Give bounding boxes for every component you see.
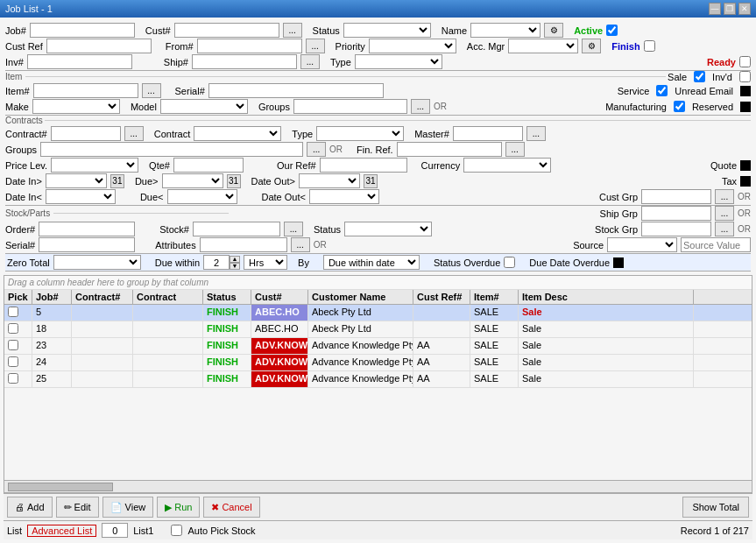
status2-select[interactable]	[344, 222, 432, 236]
shipgrp-dots-button[interactable]: ...	[715, 206, 734, 221]
table-row[interactable]: 25 FINISH ADV.KNOW Advance Knowledge Pty…	[4, 371, 752, 388]
ship-input[interactable]	[192, 54, 297, 69]
groups2-input[interactable]	[40, 142, 303, 157]
minimize-button[interactable]: —	[709, 3, 721, 15]
stock-input[interactable]	[193, 222, 280, 236]
ship-dots-button[interactable]: ...	[300, 54, 320, 69]
serial2-input[interactable]	[39, 237, 135, 252]
groups-dots-button[interactable]: ...	[411, 99, 430, 114]
show-total-button[interactable]: Show Total	[682, 497, 749, 518]
item-dots-button[interactable]: ...	[142, 83, 161, 98]
contract-select[interactable]	[194, 126, 281, 141]
restore-button[interactable]: ❒	[724, 3, 736, 15]
stockgrp-dots-button[interactable]: ...	[715, 222, 734, 236]
col-header-cust[interactable]: Cust#	[251, 290, 308, 304]
run-button[interactable]: ▶ Run	[157, 497, 200, 518]
custgrp-input[interactable]	[641, 189, 711, 204]
finish-checkbox[interactable]	[644, 40, 655, 52]
attributes-input[interactable]	[200, 237, 287, 252]
zerototal-select[interactable]	[53, 255, 141, 270]
status-select[interactable]: Active Finish Ready	[343, 23, 431, 38]
dateout-calendar-icon[interactable]: 31	[364, 174, 378, 188]
close-button[interactable]: ✕	[738, 3, 751, 15]
due2-select[interactable]	[167, 189, 237, 204]
duewithin-down-button[interactable]: ▼	[230, 263, 240, 270]
from-input[interactable]	[197, 39, 302, 53]
priority-select[interactable]	[369, 39, 456, 53]
datein-calendar-icon[interactable]: 31	[110, 174, 124, 188]
cell-pick[interactable]	[4, 371, 32, 387]
duewithindate-select[interactable]: Due within date	[323, 255, 420, 270]
table-row[interactable]: 23 FINISH ADV.KNOW Advance Knowledge Pty…	[4, 338, 752, 355]
source-value-input[interactable]	[681, 237, 751, 252]
shipgrp-input[interactable]	[641, 206, 711, 221]
list-num-input[interactable]	[102, 523, 128, 538]
inv-input[interactable]	[27, 54, 132, 69]
table-row[interactable]: 5 FINISH ABEC.HO Abeck Pty Ltd SALE Sale	[4, 305, 752, 321]
contractnum-input[interactable]	[51, 126, 121, 141]
cell-pick[interactable]	[4, 321, 32, 337]
horizontal-scrollbar[interactable]	[4, 480, 752, 492]
ourref-input[interactable]	[320, 158, 407, 173]
stock-dots-button[interactable]: ...	[284, 222, 303, 236]
master-input[interactable]	[453, 126, 523, 141]
datein-select[interactable]	[46, 173, 107, 188]
add-button[interactable]: 🖨 Add	[7, 497, 53, 518]
stockgrp-input[interactable]	[641, 222, 711, 236]
qte-input[interactable]	[173, 158, 244, 173]
currency-select[interactable]	[463, 158, 551, 173]
name-select[interactable]	[470, 23, 541, 38]
view-button[interactable]: 📄 View	[102, 497, 154, 518]
due-select[interactable]	[162, 173, 223, 188]
col-header-custname[interactable]: Customer Name	[308, 290, 413, 304]
model-select[interactable]	[160, 99, 248, 114]
dateout2-select[interactable]	[309, 189, 379, 204]
advanced-list-button[interactable]: Advanced List	[27, 525, 96, 537]
col-header-custref[interactable]: Cust Ref#	[413, 290, 470, 304]
finref-dots-button[interactable]: ...	[505, 142, 525, 157]
from-dots-button[interactable]: ...	[306, 39, 325, 53]
cust-dots-button[interactable]: ...	[283, 23, 302, 38]
cell-pick[interactable]	[4, 305, 32, 321]
dateout-select[interactable]	[299, 173, 360, 188]
manufacturing-checkbox[interactable]	[674, 101, 685, 112]
type2-select[interactable]	[316, 126, 404, 141]
contractnum-dots-button[interactable]: ...	[124, 126, 144, 141]
statusoverdue-checkbox[interactable]	[504, 257, 515, 268]
accmgr-gear-button[interactable]: ⚙	[582, 39, 601, 53]
col-header-status[interactable]: Status	[203, 290, 251, 304]
job-input[interactable]	[30, 23, 135, 38]
duewithin-input[interactable]: 2	[203, 255, 230, 270]
ready-checkbox[interactable]	[739, 56, 751, 67]
edit-button[interactable]: ✏ Edit	[56, 497, 99, 518]
active-checkbox[interactable]	[606, 25, 618, 36]
cell-pick[interactable]	[4, 338, 32, 354]
master-dots-button[interactable]: ...	[526, 126, 546, 141]
due-calendar-icon[interactable]: 31	[227, 174, 241, 188]
autopick-checkbox[interactable]	[171, 525, 182, 536]
custref-input[interactable]	[46, 39, 152, 53]
col-header-item[interactable]: Item#	[470, 290, 519, 304]
col-header-pick[interactable]: Pick	[4, 290, 32, 304]
name-gear-button[interactable]: ⚙	[544, 23, 563, 38]
sale-checkbox[interactable]	[694, 71, 705, 82]
serial-input[interactable]	[208, 83, 384, 98]
col-header-job[interactable]: Job#	[32, 290, 72, 304]
order-input[interactable]	[39, 222, 135, 236]
groups-input[interactable]	[293, 99, 407, 114]
col-header-contract-num[interactable]: Contract#	[72, 290, 133, 304]
groups2-dots-button[interactable]: ...	[307, 142, 326, 157]
cancel-button[interactable]: ✖ Cancel	[203, 497, 259, 518]
col-header-contract[interactable]: Contract	[133, 290, 203, 304]
hrs-select[interactable]: Hrs	[244, 255, 287, 270]
service-checkbox[interactable]	[656, 85, 668, 96]
cust-input[interactable]	[174, 23, 279, 38]
datein2-select[interactable]	[46, 189, 116, 204]
col-header-itemdesc[interactable]: Item Desc	[519, 290, 694, 304]
finref-input[interactable]	[397, 142, 502, 157]
accmgr-select[interactable]	[508, 39, 578, 53]
item-input[interactable]	[33, 83, 138, 98]
table-row[interactable]: 18 FINISH ABEC.HO Abeck Pty Ltd SALE Sal…	[4, 321, 752, 338]
duewithin-up-button[interactable]: ▲	[230, 256, 240, 263]
invd-checkbox[interactable]	[739, 71, 751, 82]
